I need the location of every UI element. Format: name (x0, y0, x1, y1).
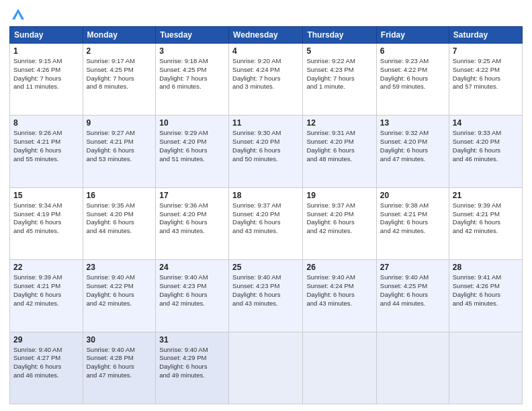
day-number: 5 (306, 46, 372, 56)
daylight-hours: Daylight: 6 hours (232, 218, 280, 226)
daylight-hours: Daylight: 6 hours (453, 218, 500, 226)
daylight-hours: Daylight: 7 hours (232, 75, 280, 82)
day-info: Sunrise: 9:31 AMSunset: 4:20 PMDaylight:… (306, 129, 372, 163)
day-number: 23 (87, 263, 152, 272)
daylight-hours: Daylight: 6 hours (380, 218, 428, 226)
calendar-cell: 22Sunrise: 9:39 AMSunset: 4:21 PMDayligh… (10, 260, 83, 332)
calendar-week-row: 22Sunrise: 9:39 AMSunset: 4:21 PMDayligh… (10, 260, 523, 332)
calendar-cell: 7Sunrise: 9:25 AMSunset: 4:22 PMDaylight… (449, 44, 522, 116)
calendar-cell: 15Sunrise: 9:34 AMSunset: 4:19 PMDayligh… (10, 187, 83, 259)
day-number: 26 (306, 263, 372, 272)
calendar-cell: 24Sunrise: 9:40 AMSunset: 4:23 PMDayligh… (156, 260, 229, 332)
calendar-cell (229, 332, 303, 404)
calendar-cell: 11Sunrise: 9:30 AMSunset: 4:20 PMDayligh… (229, 116, 303, 187)
daylight-hours: Daylight: 6 hours (159, 146, 207, 154)
day-number: 29 (13, 335, 79, 345)
weekday-header-row: SundayMondayTuesdayWednesdayThursdayFrid… (10, 27, 523, 44)
day-info: Sunrise: 9:35 AMSunset: 4:20 PMDaylight:… (87, 201, 152, 236)
day-number: 12 (306, 118, 372, 128)
weekday-monday: Monday (83, 27, 156, 44)
day-number: 7 (453, 46, 519, 56)
day-info: Sunrise: 9:40 AMSunset: 4:27 PMDaylight:… (13, 346, 79, 380)
daylight-hours: Daylight: 6 hours (159, 291, 207, 298)
calendar-cell: 9Sunrise: 9:27 AMSunset: 4:21 PMDaylight… (83, 116, 156, 187)
day-number: 21 (453, 191, 519, 200)
day-info: Sunrise: 9:15 AMSunset: 4:26 PMDaylight:… (13, 57, 79, 91)
day-info: Sunrise: 9:38 AMSunset: 4:21 PMDaylight:… (380, 201, 445, 236)
day-info: Sunrise: 9:37 AMSunset: 4:20 PMDaylight:… (306, 201, 372, 236)
daylight-hours: Daylight: 6 hours (232, 146, 280, 154)
calendar-cell: 16Sunrise: 9:35 AMSunset: 4:20 PMDayligh… (83, 187, 156, 259)
daylight-hours: Daylight: 6 hours (13, 363, 61, 370)
daylight-hours: Daylight: 6 hours (380, 146, 428, 154)
day-info: Sunrise: 9:27 AMSunset: 4:21 PMDaylight:… (87, 129, 152, 163)
day-info: Sunrise: 9:18 AMSunset: 4:25 PMDaylight:… (159, 57, 225, 91)
day-info: Sunrise: 9:39 AMSunset: 4:21 PMDaylight:… (453, 201, 519, 236)
weekday-thursday: Thursday (303, 27, 376, 44)
calendar-cell: 21Sunrise: 9:39 AMSunset: 4:21 PMDayligh… (449, 187, 522, 259)
daylight-hours: Daylight: 6 hours (306, 146, 354, 154)
day-info: Sunrise: 9:30 AMSunset: 4:20 PMDaylight:… (232, 129, 299, 163)
calendar-cell: 28Sunrise: 9:41 AMSunset: 4:26 PMDayligh… (449, 260, 522, 332)
weekday-wednesday: Wednesday (229, 27, 303, 44)
day-info: Sunrise: 9:37 AMSunset: 4:20 PMDaylight:… (232, 201, 299, 236)
day-info: Sunrise: 9:26 AMSunset: 4:21 PMDaylight:… (13, 129, 79, 163)
calendar-cell: 19Sunrise: 9:37 AMSunset: 4:20 PMDayligh… (303, 187, 376, 259)
calendar-cell: 17Sunrise: 9:36 AMSunset: 4:20 PMDayligh… (156, 187, 229, 259)
calendar-cell: 1Sunrise: 9:15 AMSunset: 4:26 PMDaylight… (10, 44, 83, 116)
daylight-hours: Daylight: 6 hours (87, 291, 134, 298)
day-number: 6 (380, 46, 445, 56)
calendar-cell: 8Sunrise: 9:26 AMSunset: 4:21 PMDaylight… (10, 116, 83, 187)
day-number: 27 (380, 263, 445, 272)
daylight-hours: Daylight: 6 hours (453, 291, 500, 298)
day-number: 17 (159, 191, 225, 200)
day-number: 20 (380, 191, 445, 200)
daylight-hours: Daylight: 6 hours (87, 363, 134, 370)
calendar-cell: 10Sunrise: 9:29 AMSunset: 4:20 PMDayligh… (156, 116, 229, 187)
logo-icon (11, 7, 26, 21)
day-info: Sunrise: 9:40 AMSunset: 4:24 PMDaylight:… (306, 273, 372, 308)
day-info: Sunrise: 9:23 AMSunset: 4:22 PMDaylight:… (380, 57, 445, 91)
day-info: Sunrise: 9:40 AMSunset: 4:25 PMDaylight:… (380, 273, 445, 308)
day-number: 10 (159, 118, 225, 128)
day-number: 18 (232, 191, 299, 200)
day-info: Sunrise: 9:25 AMSunset: 4:22 PMDaylight:… (453, 57, 519, 91)
day-info: Sunrise: 9:34 AMSunset: 4:19 PMDaylight:… (13, 201, 79, 236)
day-info: Sunrise: 9:40 AMSunset: 4:29 PMDaylight:… (159, 346, 225, 380)
calendar-cell: 20Sunrise: 9:38 AMSunset: 4:21 PMDayligh… (376, 187, 449, 259)
day-number: 9 (87, 118, 152, 128)
weekday-friday: Friday (376, 27, 449, 44)
day-number: 14 (453, 118, 519, 128)
day-info: Sunrise: 9:22 AMSunset: 4:23 PMDaylight:… (306, 57, 372, 91)
daylight-hours: Daylight: 6 hours (87, 218, 134, 226)
page: SundayMondayTuesdayWednesdayThursdayFrid… (0, 0, 532, 411)
calendar-week-row: 29Sunrise: 9:40 AMSunset: 4:27 PMDayligh… (10, 332, 523, 404)
daylight-hours: Daylight: 6 hours (453, 75, 500, 82)
calendar-cell (303, 332, 376, 404)
daylight-hours: Daylight: 7 hours (87, 75, 134, 82)
day-info: Sunrise: 9:36 AMSunset: 4:20 PMDaylight:… (159, 201, 225, 236)
calendar-cell: 18Sunrise: 9:37 AMSunset: 4:20 PMDayligh… (229, 187, 303, 259)
calendar-cell: 31Sunrise: 9:40 AMSunset: 4:29 PMDayligh… (156, 332, 229, 404)
calendar-cell: 2Sunrise: 9:17 AMSunset: 4:25 PMDaylight… (83, 44, 156, 116)
daylight-hours: Daylight: 6 hours (453, 146, 500, 154)
day-number: 1 (13, 46, 79, 56)
day-number: 8 (13, 118, 79, 128)
calendar-cell: 12Sunrise: 9:31 AMSunset: 4:20 PMDayligh… (303, 116, 376, 187)
day-number: 15 (13, 191, 79, 200)
daylight-hours: Daylight: 7 hours (306, 75, 354, 82)
day-number: 31 (159, 335, 225, 345)
daylight-hours: Daylight: 6 hours (380, 291, 428, 298)
header (9, 7, 523, 21)
daylight-hours: Daylight: 6 hours (13, 146, 61, 154)
daylight-hours: Daylight: 6 hours (159, 218, 207, 226)
day-number: 11 (232, 118, 299, 128)
daylight-hours: Daylight: 6 hours (232, 291, 280, 298)
day-number: 3 (159, 46, 225, 56)
calendar-cell: 4Sunrise: 9:20 AMSunset: 4:24 PMDaylight… (229, 44, 303, 116)
day-number: 24 (159, 263, 225, 272)
calendar-cell: 13Sunrise: 9:32 AMSunset: 4:20 PMDayligh… (376, 116, 449, 187)
daylight-hours: Daylight: 7 hours (13, 75, 61, 82)
day-info: Sunrise: 9:17 AMSunset: 4:25 PMDaylight:… (87, 57, 152, 91)
calendar-cell (376, 332, 449, 404)
